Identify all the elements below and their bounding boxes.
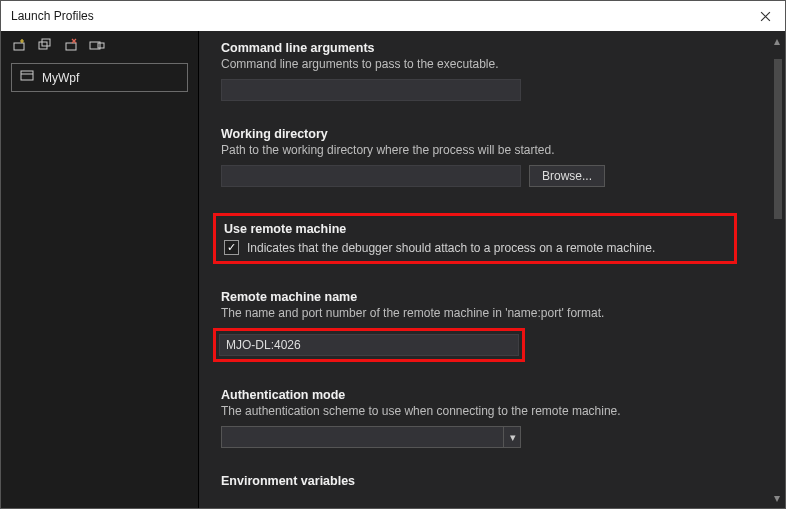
profile-list: MyWpf xyxy=(1,59,198,96)
scroll-up-arrow-icon[interactable]: ▴ xyxy=(769,33,785,49)
vertical-scrollbar[interactable]: ▴ ▾ xyxy=(769,31,785,508)
svg-rect-3 xyxy=(66,43,76,50)
launch-profiles-dialog: Launch Profiles xyxy=(0,0,786,509)
section-remote-machine-name: Remote machine name The name and port nu… xyxy=(221,290,747,362)
workdir-title: Working directory xyxy=(221,127,747,141)
window-title: Launch Profiles xyxy=(11,9,94,23)
delete-profile-icon[interactable] xyxy=(63,37,79,53)
remote-checkbox-label: Indicates that the debugger should attac… xyxy=(247,241,655,255)
remote-name-input[interactable] xyxy=(219,334,519,356)
svg-rect-6 xyxy=(21,71,33,80)
project-icon xyxy=(20,69,34,86)
auth-desc: The authentication scheme to use when co… xyxy=(221,404,747,418)
checkmark-icon: ✓ xyxy=(227,242,236,253)
main-panel: Command line arguments Command line argu… xyxy=(199,31,785,508)
section-authentication-mode: Authentication mode The authentication s… xyxy=(221,388,747,448)
remote-title: Use remote machine xyxy=(224,222,726,236)
close-button[interactable] xyxy=(745,2,785,30)
svg-rect-0 xyxy=(14,43,24,50)
chevron-down-icon: ▾ xyxy=(503,427,516,447)
duplicate-profile-icon[interactable] xyxy=(37,37,53,53)
remote-name-title: Remote machine name xyxy=(221,290,747,304)
titlebar: Launch Profiles xyxy=(1,1,785,31)
section-working-directory: Working directory Path to the working di… xyxy=(221,127,747,187)
rename-profile-icon[interactable] xyxy=(89,37,105,53)
cli-args-desc: Command line arguments to pass to the ex… xyxy=(221,57,747,71)
section-use-remote-machine: Use remote machine ✓ Indicates that the … xyxy=(213,213,737,264)
settings-scroll-area: Command line arguments Command line argu… xyxy=(199,31,769,508)
scroll-down-arrow-icon[interactable]: ▾ xyxy=(769,490,785,506)
sidebar-toolbar xyxy=(1,31,198,59)
sidebar: MyWpf xyxy=(1,31,199,508)
scrollbar-thumb[interactable] xyxy=(774,59,782,219)
section-env-vars: Environment variables xyxy=(221,474,747,488)
profile-label: MyWpf xyxy=(42,71,79,85)
remote-name-desc: The name and port number of the remote m… xyxy=(221,306,747,320)
workdir-input[interactable] xyxy=(221,165,521,187)
section-cli-args: Command line arguments Command line argu… xyxy=(221,41,747,101)
auth-title: Authentication mode xyxy=(221,388,747,402)
svg-rect-5 xyxy=(98,43,104,48)
env-title: Environment variables xyxy=(221,474,747,488)
workdir-desc: Path to the working directory where the … xyxy=(221,143,747,157)
auth-mode-dropdown[interactable]: ▾ xyxy=(221,426,521,448)
remote-checkbox[interactable]: ✓ xyxy=(224,240,239,255)
close-icon xyxy=(760,11,771,22)
dialog-body: MyWpf Command line arguments Command lin… xyxy=(1,31,785,508)
profile-item-mywpf[interactable]: MyWpf xyxy=(11,63,188,92)
browse-button[interactable]: Browse... xyxy=(529,165,605,187)
cli-args-title: Command line arguments xyxy=(221,41,747,55)
new-profile-icon[interactable] xyxy=(11,37,27,53)
cli-args-input[interactable] xyxy=(221,79,521,101)
